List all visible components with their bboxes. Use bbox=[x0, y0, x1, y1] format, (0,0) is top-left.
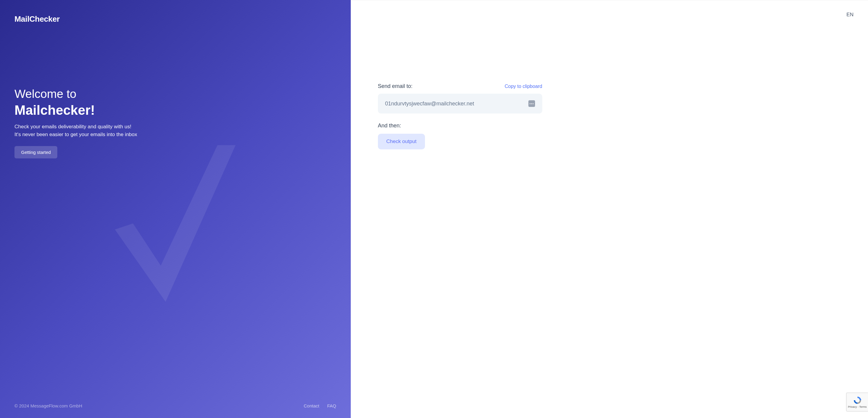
right-panel: EN Send email to: Copy to clipboard 01nd… bbox=[351, 0, 868, 418]
check-output-button[interactable]: Check output bbox=[378, 134, 425, 149]
recaptcha-terms: Privacy - Terms bbox=[848, 405, 867, 408]
copyright-text: © 2024 MessageFlow.com GmbH bbox=[14, 403, 82, 408]
subtitle-line2: It's never been easier to get your email… bbox=[14, 132, 137, 137]
language-selector[interactable]: EN bbox=[846, 12, 854, 18]
send-email-label: Send email to: bbox=[378, 83, 412, 90]
generated-email: 01ndurvtysjwecfaw@mailchecker.net bbox=[385, 101, 474, 107]
left-panel: MailChecker Welcome to Mailchecker! Chec… bbox=[0, 0, 351, 418]
hero-subtitle: Check your emails deliverability and qua… bbox=[14, 123, 336, 138]
welcome-text: Welcome to bbox=[14, 87, 336, 101]
contact-link[interactable]: Contact bbox=[304, 403, 319, 408]
and-then-label: And then: bbox=[378, 123, 542, 129]
recaptcha-badge[interactable]: Privacy - Terms bbox=[846, 393, 868, 411]
copy-to-clipboard-link[interactable]: Copy to clipboard bbox=[504, 84, 542, 89]
subtitle-line1: Check your emails deliverability and qua… bbox=[14, 124, 131, 130]
recaptcha-icon bbox=[853, 396, 862, 405]
faq-link[interactable]: FAQ bbox=[327, 403, 336, 408]
hero-title: Mailchecker! bbox=[14, 103, 336, 117]
app-logo: MailChecker bbox=[14, 14, 336, 24]
email-display-box: 01ndurvtysjwecfaw@mailchecker.net bbox=[378, 94, 542, 113]
getting-started-button[interactable]: Getting started bbox=[14, 146, 57, 159]
password-manager-icon[interactable] bbox=[528, 100, 535, 107]
